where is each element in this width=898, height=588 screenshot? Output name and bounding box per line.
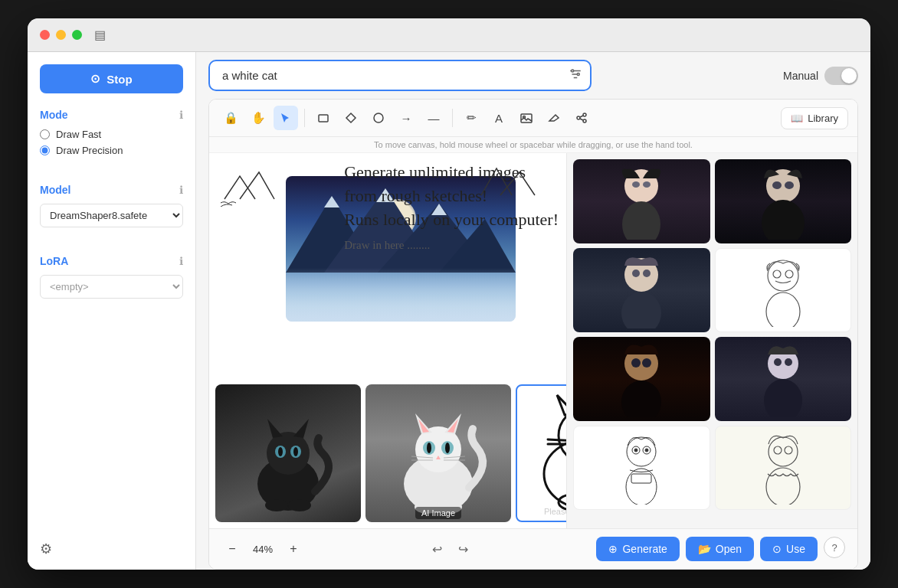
anime-img-2 bbox=[715, 159, 852, 243]
svg-rect-108 bbox=[631, 474, 651, 483]
search-input[interactable] bbox=[208, 60, 592, 91]
use-icon: ⊙ bbox=[772, 543, 782, 555]
secondary-images-row bbox=[209, 444, 566, 528]
anime-sketch-4 bbox=[715, 248, 852, 332]
redo-button[interactable]: ↪ bbox=[453, 538, 474, 560]
svg-point-83 bbox=[762, 200, 805, 240]
circle-tool[interactable] bbox=[366, 106, 391, 130]
svg-point-97 bbox=[642, 358, 651, 368]
arrow-tool[interactable]: → bbox=[394, 106, 418, 130]
svg-point-88 bbox=[632, 270, 640, 277]
plus-icon: + bbox=[290, 542, 297, 556]
anime-img-5 bbox=[573, 337, 710, 421]
hand-tool[interactable]: ✋ bbox=[246, 106, 270, 130]
lock-tool[interactable]: 🔒 bbox=[218, 106, 243, 130]
svg-point-107 bbox=[645, 449, 648, 452]
minimize-button[interactable] bbox=[56, 30, 66, 40]
mountain-sketch-left bbox=[217, 161, 293, 207]
stop-button[interactable]: ⊙ Stop bbox=[40, 64, 183, 93]
svg-point-100 bbox=[774, 358, 782, 366]
image-tool[interactable] bbox=[514, 106, 539, 130]
svg-point-92 bbox=[773, 270, 781, 278]
svg-marker-25 bbox=[293, 419, 309, 438]
svg-point-81 bbox=[643, 181, 651, 188]
action-buttons: ⊕ Generate 📂 Open ⊙ Use ? bbox=[596, 537, 845, 561]
lora-title: LoRA bbox=[40, 255, 68, 267]
draw-fast-option[interactable]: Draw Fast bbox=[40, 129, 183, 140]
model-info-icon[interactable]: ℹ bbox=[179, 184, 183, 196]
top-bar: Manual bbox=[196, 52, 870, 99]
svg-point-89 bbox=[643, 270, 651, 277]
draw-precision-radio[interactable] bbox=[40, 145, 50, 155]
open-button[interactable]: 📂 Open bbox=[686, 537, 754, 561]
lora-section: LoRA ℹ <empty> bbox=[40, 255, 183, 299]
stop-icon: ⊙ bbox=[90, 72, 100, 86]
help-button[interactable]: ? bbox=[824, 537, 845, 558]
stop-label: Stop bbox=[107, 73, 132, 86]
svg-point-101 bbox=[785, 358, 792, 366]
eraser-tool[interactable] bbox=[542, 106, 566, 130]
lora-select[interactable]: <empty> bbox=[40, 275, 183, 299]
model-select[interactable]: DreamShaper8.safete bbox=[40, 204, 183, 227]
svg-point-99 bbox=[764, 379, 802, 417]
draw-in-here-label: Draw in here ........ bbox=[344, 239, 559, 252]
svg-point-12 bbox=[583, 119, 586, 122]
svg-point-79 bbox=[622, 201, 660, 240]
svg-point-84 bbox=[772, 181, 782, 189]
svg-point-11 bbox=[583, 113, 586, 116]
rect-tool[interactable] bbox=[311, 106, 336, 130]
close-button[interactable] bbox=[40, 30, 50, 40]
mode-title: Mode bbox=[40, 109, 68, 121]
draw-fast-radio[interactable] bbox=[40, 129, 50, 139]
svg-marker-19 bbox=[324, 196, 339, 207]
share-tool[interactable] bbox=[569, 106, 594, 130]
settings-icon[interactable]: ⚙ bbox=[40, 541, 52, 557]
drawing-area[interactable]: Generate unlimited imagesfrom rough sket… bbox=[209, 153, 566, 528]
sidebar-footer: ⚙ bbox=[40, 541, 183, 557]
undo-icon: ↩ bbox=[432, 542, 442, 557]
main-content: Generate unlimited imagesfrom rough sket… bbox=[209, 153, 857, 528]
sidebar-toggle-icon[interactable]: ▤ bbox=[94, 28, 106, 42]
redo-icon: ↪ bbox=[458, 542, 468, 557]
manual-label: Manual bbox=[783, 70, 818, 82]
manual-toggle: Manual bbox=[783, 67, 858, 85]
svg-point-109 bbox=[769, 437, 798, 466]
svg-marker-51 bbox=[557, 395, 566, 415]
library-button[interactable]: 📖 Library bbox=[781, 107, 848, 129]
model-header: Model ℹ bbox=[40, 184, 183, 196]
lora-header: LoRA ℹ bbox=[40, 255, 183, 267]
anime-img-1 bbox=[573, 159, 710, 243]
use-button[interactable]: ⊙ Use bbox=[760, 537, 818, 561]
svg-point-3 bbox=[572, 70, 574, 72]
hint-bar: To move canvas, hold mouse wheel or spac… bbox=[209, 137, 857, 153]
svg-point-96 bbox=[631, 358, 641, 368]
manual-toggle-switch[interactable] bbox=[824, 67, 858, 85]
svg-line-58 bbox=[548, 439, 566, 441]
draw-precision-option[interactable]: Draw Precision bbox=[40, 145, 183, 156]
svg-point-7 bbox=[374, 113, 383, 122]
promo-area: Generate unlimited imagesfrom rough sket… bbox=[344, 161, 559, 252]
right-panel-grid bbox=[573, 159, 851, 510]
line-tool[interactable]: — bbox=[421, 106, 446, 130]
diamond-tool[interactable] bbox=[339, 106, 363, 130]
svg-point-10 bbox=[577, 116, 580, 119]
maximize-button[interactable] bbox=[72, 30, 82, 40]
svg-point-111 bbox=[774, 446, 782, 454]
lora-info-icon[interactable]: ℹ bbox=[179, 255, 183, 267]
right-panel bbox=[566, 153, 857, 528]
pencil-tool[interactable]: ✏ bbox=[459, 106, 483, 130]
svg-point-80 bbox=[632, 181, 640, 188]
mode-info-icon[interactable]: ℹ bbox=[179, 109, 183, 121]
filter-icon[interactable] bbox=[569, 67, 582, 84]
help-icon: ? bbox=[831, 542, 837, 554]
undo-button[interactable]: ↩ bbox=[427, 538, 448, 560]
svg-line-13 bbox=[580, 116, 583, 117]
anime-img-3 bbox=[573, 248, 710, 332]
zoom-in-button[interactable]: + bbox=[283, 538, 304, 560]
svg-point-102 bbox=[627, 437, 656, 466]
select-tool[interactable] bbox=[274, 106, 298, 130]
text-tool[interactable]: A bbox=[487, 106, 511, 130]
zoom-controls: − 44% + bbox=[221, 538, 304, 560]
generate-button[interactable]: ⊕ Generate bbox=[596, 537, 679, 561]
zoom-out-button[interactable]: − bbox=[221, 538, 243, 560]
